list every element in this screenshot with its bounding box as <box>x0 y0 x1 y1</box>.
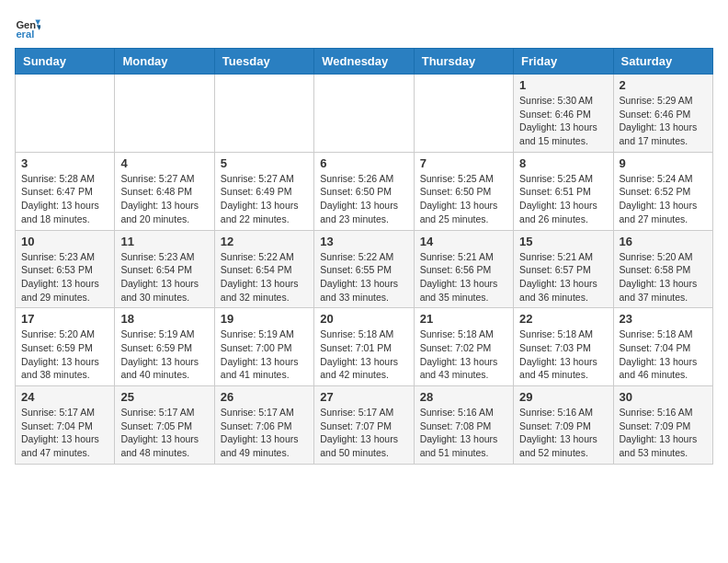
calendar-cell: 6Sunrise: 5:26 AMSunset: 6:50 PMDaylight… <box>314 152 414 230</box>
calendar-cell: 15Sunrise: 5:21 AMSunset: 6:57 PMDayligh… <box>514 230 613 308</box>
logo-icon: Gen eral <box>15 15 40 40</box>
day-number: 24 <box>21 390 108 404</box>
svg-marker-2 <box>35 20 40 26</box>
day-info: Sunrise: 5:25 AMSunset: 6:50 PMDaylight:… <box>420 172 507 226</box>
day-number: 11 <box>120 235 208 248</box>
calendar-cell: 22Sunrise: 5:18 AMSunset: 7:03 PMDayligh… <box>514 308 613 386</box>
logo: Gen eral <box>15 15 44 40</box>
day-info: Sunrise: 5:18 AMSunset: 7:02 PMDaylight:… <box>420 327 507 382</box>
calendar-week-row: 1Sunrise: 5:30 AMSunset: 6:46 PMDaylight… <box>16 75 713 153</box>
day-info: Sunrise: 5:21 AMSunset: 6:57 PMDaylight:… <box>519 250 607 304</box>
calendar-cell: 18Sunrise: 5:19 AMSunset: 6:59 PMDayligh… <box>115 308 214 386</box>
day-info: Sunrise: 5:28 AMSunset: 6:47 PMDaylight:… <box>21 172 108 226</box>
weekday-header: Friday <box>514 49 613 75</box>
day-number: 2 <box>620 78 707 92</box>
day-info: Sunrise: 5:29 AMSunset: 6:46 PMDaylight:… <box>620 94 707 148</box>
weekday-header: Monday <box>115 49 214 75</box>
calendar-cell: 9Sunrise: 5:24 AMSunset: 6:52 PMDaylight… <box>613 152 712 230</box>
calendar-cell: 28Sunrise: 5:16 AMSunset: 7:08 PMDayligh… <box>414 386 513 465</box>
day-info: Sunrise: 5:19 AMSunset: 7:00 PMDaylight:… <box>221 327 308 382</box>
day-info: Sunrise: 5:24 AMSunset: 6:52 PMDaylight:… <box>620 172 707 226</box>
calendar-cell: 21Sunrise: 5:18 AMSunset: 7:02 PMDayligh… <box>414 308 513 386</box>
calendar-cell: 19Sunrise: 5:19 AMSunset: 7:00 PMDayligh… <box>214 308 313 386</box>
weekday-header: Tuesday <box>214 49 313 75</box>
weekday-header: Sunday <box>16 49 115 75</box>
day-number: 17 <box>21 312 108 326</box>
day-info: Sunrise: 5:20 AMSunset: 6:59 PMDaylight:… <box>21 327 108 382</box>
day-info: Sunrise: 5:17 AMSunset: 7:07 PMDaylight:… <box>320 406 407 460</box>
day-number: 14 <box>420 235 507 248</box>
svg-text:eral: eral <box>16 29 34 40</box>
calendar-week-row: 3Sunrise: 5:28 AMSunset: 6:47 PMDaylight… <box>16 152 713 230</box>
calendar-cell: 12Sunrise: 5:22 AMSunset: 6:54 PMDayligh… <box>214 230 313 308</box>
day-number: 9 <box>620 156 707 170</box>
day-number: 12 <box>221 235 308 248</box>
calendar-table: SundayMondayTuesdayWednesdayThursdayFrid… <box>15 48 713 465</box>
day-info: Sunrise: 5:17 AMSunset: 7:04 PMDaylight:… <box>21 406 108 460</box>
day-number: 22 <box>519 312 607 326</box>
day-info: Sunrise: 5:27 AMSunset: 6:48 PMDaylight:… <box>120 172 208 226</box>
calendar-cell: 11Sunrise: 5:23 AMSunset: 6:54 PMDayligh… <box>115 230 214 308</box>
day-info: Sunrise: 5:26 AMSunset: 6:50 PMDaylight:… <box>320 172 407 226</box>
day-info: Sunrise: 5:18 AMSunset: 7:04 PMDaylight:… <box>620 327 707 382</box>
day-info: Sunrise: 5:25 AMSunset: 6:51 PMDaylight:… <box>519 172 607 226</box>
day-number: 8 <box>519 156 607 170</box>
calendar-cell: 29Sunrise: 5:16 AMSunset: 7:09 PMDayligh… <box>514 386 613 465</box>
calendar-cell <box>16 75 115 153</box>
day-number: 27 <box>320 390 407 404</box>
day-info: Sunrise: 5:22 AMSunset: 6:55 PMDaylight:… <box>320 250 407 304</box>
weekday-header: Wednesday <box>314 49 414 75</box>
calendar-cell: 24Sunrise: 5:17 AMSunset: 7:04 PMDayligh… <box>16 386 115 465</box>
day-number: 23 <box>620 312 707 326</box>
calendar-cell <box>314 75 414 153</box>
day-info: Sunrise: 5:17 AMSunset: 7:06 PMDaylight:… <box>221 406 308 460</box>
day-number: 4 <box>120 156 208 170</box>
day-info: Sunrise: 5:22 AMSunset: 6:54 PMDaylight:… <box>221 250 308 304</box>
day-number: 15 <box>519 235 607 248</box>
day-info: Sunrise: 5:30 AMSunset: 6:46 PMDaylight:… <box>519 94 607 148</box>
calendar-cell <box>115 75 214 153</box>
day-info: Sunrise: 5:19 AMSunset: 6:59 PMDaylight:… <box>120 327 208 382</box>
calendar-cell: 4Sunrise: 5:27 AMSunset: 6:48 PMDaylight… <box>115 152 214 230</box>
day-info: Sunrise: 5:27 AMSunset: 6:49 PMDaylight:… <box>221 172 308 226</box>
day-info: Sunrise: 5:23 AMSunset: 6:54 PMDaylight:… <box>120 250 208 304</box>
day-info: Sunrise: 5:20 AMSunset: 6:58 PMDaylight:… <box>620 250 707 304</box>
calendar-header-row: SundayMondayTuesdayWednesdayThursdayFrid… <box>16 49 713 75</box>
calendar-cell: 20Sunrise: 5:18 AMSunset: 7:01 PMDayligh… <box>314 308 414 386</box>
day-number: 16 <box>620 235 707 248</box>
calendar-cell: 27Sunrise: 5:17 AMSunset: 7:07 PMDayligh… <box>314 386 414 465</box>
weekday-header: Saturday <box>613 49 712 75</box>
day-number: 26 <box>221 390 308 404</box>
day-number: 28 <box>420 390 507 404</box>
day-number: 6 <box>320 156 407 170</box>
calendar-cell: 10Sunrise: 5:23 AMSunset: 6:53 PMDayligh… <box>16 230 115 308</box>
calendar-cell: 1Sunrise: 5:30 AMSunset: 6:46 PMDaylight… <box>514 75 613 153</box>
day-info: Sunrise: 5:16 AMSunset: 7:09 PMDaylight:… <box>519 406 607 460</box>
page-header: Gen eral <box>15 15 713 40</box>
calendar-cell <box>414 75 513 153</box>
calendar-cell: 16Sunrise: 5:20 AMSunset: 6:58 PMDayligh… <box>613 230 712 308</box>
day-number: 5 <box>221 156 308 170</box>
calendar-cell: 8Sunrise: 5:25 AMSunset: 6:51 PMDaylight… <box>514 152 613 230</box>
day-number: 18 <box>120 312 208 326</box>
day-info: Sunrise: 5:17 AMSunset: 7:05 PMDaylight:… <box>120 406 208 460</box>
day-number: 29 <box>519 390 607 404</box>
day-info: Sunrise: 5:23 AMSunset: 6:53 PMDaylight:… <box>21 250 108 304</box>
calendar-week-row: 10Sunrise: 5:23 AMSunset: 6:53 PMDayligh… <box>16 230 713 308</box>
day-number: 13 <box>320 235 407 248</box>
day-number: 7 <box>420 156 507 170</box>
day-number: 19 <box>221 312 308 326</box>
day-number: 20 <box>320 312 407 326</box>
calendar-cell: 3Sunrise: 5:28 AMSunset: 6:47 PMDaylight… <box>16 152 115 230</box>
calendar-cell: 26Sunrise: 5:17 AMSunset: 7:06 PMDayligh… <box>214 386 313 465</box>
day-info: Sunrise: 5:21 AMSunset: 6:56 PMDaylight:… <box>420 250 507 304</box>
day-number: 21 <box>420 312 507 326</box>
day-number: 10 <box>21 235 108 248</box>
calendar-cell: 13Sunrise: 5:22 AMSunset: 6:55 PMDayligh… <box>314 230 414 308</box>
day-number: 3 <box>21 156 108 170</box>
day-info: Sunrise: 5:16 AMSunset: 7:09 PMDaylight:… <box>620 406 707 460</box>
day-info: Sunrise: 5:16 AMSunset: 7:08 PMDaylight:… <box>420 406 507 460</box>
calendar-cell: 17Sunrise: 5:20 AMSunset: 6:59 PMDayligh… <box>16 308 115 386</box>
calendar-cell: 2Sunrise: 5:29 AMSunset: 6:46 PMDaylight… <box>613 75 712 153</box>
calendar-cell: 23Sunrise: 5:18 AMSunset: 7:04 PMDayligh… <box>613 308 712 386</box>
